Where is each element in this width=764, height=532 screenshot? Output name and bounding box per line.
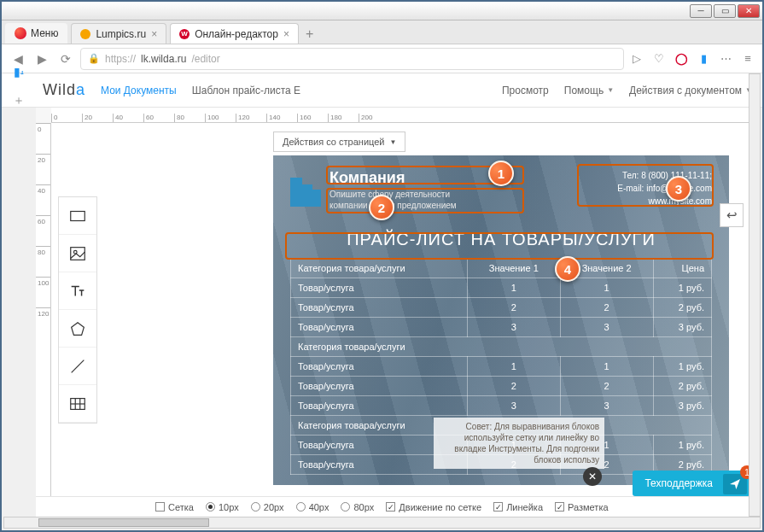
browser-sidebar: ▮₄ ＋ [3, 44, 34, 109]
svg-rect-0 [71, 211, 85, 220]
annotation-1: 1 [488, 161, 514, 186]
sidebar-add-icon[interactable]: ＋ [10, 92, 27, 109]
url-host: lk.wilda.ru [141, 53, 186, 65]
extension-1-icon[interactable]: ▮ [696, 51, 711, 67]
sidebar-toggle-icon[interactable]: ≡ [740, 51, 755, 67]
new-tab-button[interactable]: + [299, 25, 320, 44]
window-minimize-button[interactable]: ─ [690, 4, 712, 18]
window-chrome: ─ ▭ ✕ [2, 2, 762, 20]
svg-marker-3 [72, 322, 85, 335]
chevron-down-icon: ▼ [389, 138, 396, 146]
window-close-button[interactable]: ✕ [738, 4, 760, 18]
ruler-checkbox[interactable]: ✓Линейка [493, 502, 543, 512]
opera-menu-label: Меню [31, 27, 58, 39]
undo-button[interactable]: ↩ [720, 203, 744, 227]
tool-table[interactable] [59, 385, 96, 423]
vpn-icon[interactable]: ▷ [629, 51, 644, 67]
grid-10px-radio[interactable]: 10px [206, 502, 239, 512]
th-category: Категория товара/услуги [291, 259, 468, 278]
scrollbar-thumb[interactable] [38, 518, 209, 527]
extension-2-icon[interactable]: ⋯ [718, 51, 733, 67]
tool-image[interactable] [59, 235, 96, 272]
markup-checkbox[interactable]: ✓Разметка [555, 502, 609, 512]
grid-checkbox[interactable]: Сетка [155, 502, 194, 512]
url-path: /editor [191, 53, 219, 65]
th-price: Цена [653, 259, 711, 278]
opera-o-icon[interactable]: ◯ [674, 51, 689, 67]
support-label: Техподдержка [644, 477, 713, 489]
window-maximize-button[interactable]: ▭ [714, 4, 736, 18]
forward-button[interactable]: ▶ [32, 50, 51, 68]
company-logo[interactable] [290, 169, 321, 207]
tab-lumpics[interactable]: Lumpics.ru × [71, 23, 166, 44]
table-row[interactable]: Товар/услуга222 руб. [291, 298, 712, 318]
highlight-box-4 [285, 232, 714, 260]
table-row[interactable]: Товар/услуга333 руб. [291, 318, 712, 337]
opera-menu-button[interactable]: Меню [5, 23, 67, 44]
svg-point-2 [73, 250, 77, 254]
favicon-lumpics [80, 29, 90, 39]
highlight-box-2 [326, 188, 524, 213]
lock-icon: 🔒 [88, 53, 100, 64]
table-row[interactable]: Товар/услуга111 руб. [291, 357, 712, 377]
highlight-box-3 [577, 164, 714, 207]
tool-text[interactable] [59, 272, 96, 310]
annotation-2: 2 [369, 195, 394, 220]
table-row[interactable]: Товар/услуга222 руб. [291, 377, 712, 396]
tab-strip: Меню Lumpics.ru × W Онлайн-редактор × + [2, 20, 762, 44]
address-input[interactable]: 🔒 https://lk.wilda.ru/editor [80, 48, 624, 70]
ruler-horizontal: 020406080100120140160180200 [51, 108, 757, 123]
doc-actions-menu[interactable]: Действия с документом▼ [629, 85, 752, 96]
tool-shape[interactable] [59, 310, 96, 348]
hint-close-button[interactable]: ✕ [583, 467, 602, 486]
preview-button[interactable]: Просмотр [502, 85, 549, 96]
scrollbar-horizontal[interactable] [3, 517, 761, 529]
template-name-label: Шаблон прайс-листа E [192, 85, 300, 96]
grid-80px-radio[interactable]: 80px [341, 502, 374, 512]
tool-panel [58, 196, 97, 424]
page-actions-label: Действия со страницей [283, 137, 384, 147]
annotation-3: 3 [666, 176, 691, 202]
th-value1: Значение 1 [467, 259, 560, 278]
annotation-4: 4 [555, 256, 580, 282]
ruler-vertical: 020406080100120 [36, 123, 51, 496]
tab-lumpics-title: Lumpics.ru [96, 28, 146, 40]
hint-tooltip: Совет: Для выравнивания блоков используй… [434, 418, 604, 469]
snap-checkbox[interactable]: ✓Движение по сетке [386, 502, 481, 512]
wilda-logo[interactable]: Wilda [43, 81, 85, 99]
tab-editor-title: Онлайн-редактор [195, 28, 278, 40]
bottom-toolbar: Сетка 10px 20px 40px 80px ✓Движение по с… [36, 496, 757, 517]
page-actions-menu[interactable]: Действия со страницей ▼ [273, 132, 405, 152]
tool-line[interactable] [59, 348, 96, 385]
logo-accent: a [76, 81, 85, 99]
opera-icon [15, 27, 26, 39]
address-bar: ◀ ▶ ⟳ 🔒 https://lk.wilda.ru/editor ▷ ♡ ◯… [2, 44, 762, 73]
tool-rectangle[interactable] [59, 197, 96, 235]
close-icon[interactable]: × [151, 28, 157, 40]
app-header: Wilda Мои Документы Шаблон прайс-листа E… [2, 73, 762, 108]
table-row[interactable]: Товар/услуга333 руб. [291, 396, 712, 416]
favicon-wilda: W [179, 29, 190, 39]
logo-main: Wild [43, 81, 76, 99]
my-documents-link[interactable]: Мои Документы [101, 85, 177, 96]
help-menu[interactable]: Помощь▼ [564, 85, 614, 96]
sidebar-speed-dial-icon[interactable]: ▮₄ [10, 63, 27, 80]
reload-button[interactable]: ⟳ [56, 50, 75, 68]
support-widget[interactable]: Техподдержка 1 [633, 471, 750, 496]
bookmark-icon[interactable]: ♡ [651, 51, 667, 67]
close-icon[interactable]: × [283, 28, 289, 40]
scrollbar-vertical[interactable] [749, 73, 761, 517]
grid-40px-radio[interactable]: 40px [296, 502, 330, 512]
table-category-row[interactable]: Категория товара/услуги [291, 337, 712, 357]
table-row[interactable]: Товар/услуга111 руб. [291, 278, 712, 298]
url-prefix: https:// [105, 53, 136, 65]
grid-20px-radio[interactable]: 20px [251, 502, 284, 512]
svg-line-4 [72, 360, 85, 372]
addr-right-icons: ▷ ♡ ◯ ▮ ⋯ ≡ [629, 51, 755, 67]
tab-editor[interactable]: W Онлайн-редактор × [170, 23, 299, 44]
